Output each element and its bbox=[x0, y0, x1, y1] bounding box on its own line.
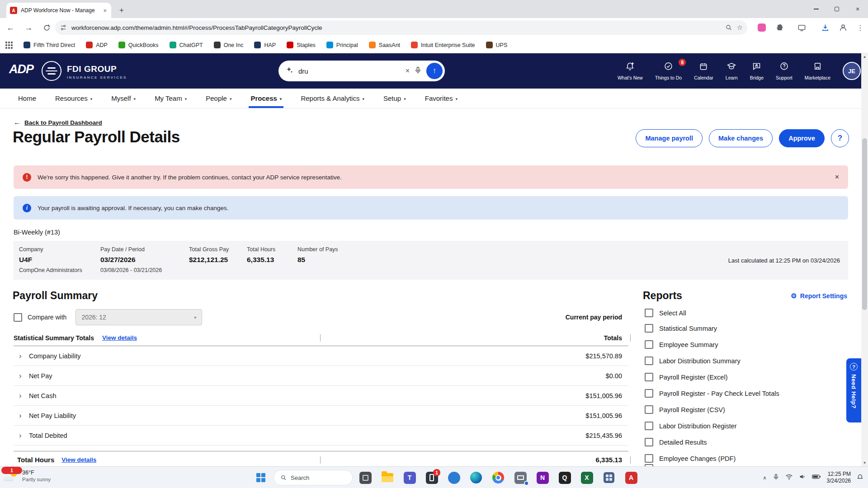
nav-process[interactable]: Process▾ bbox=[250, 89, 282, 108]
error-close-icon[interactable]: × bbox=[835, 173, 839, 181]
report-settings-link[interactable]: ⚙ Report Settings bbox=[791, 292, 847, 300]
new-tab-button[interactable]: + bbox=[116, 5, 127, 16]
make-changes-button[interactable]: Make changes bbox=[709, 129, 773, 147]
minimize-button[interactable] bbox=[806, 0, 826, 18]
bookmark-star-icon[interactable]: ☆ bbox=[737, 23, 743, 32]
page-scrollbar[interactable]: ▲ ▼ bbox=[861, 53, 868, 466]
view-details-link[interactable]: View details bbox=[102, 334, 137, 341]
bookmark-saasant[interactable]: SaasAnt bbox=[369, 42, 400, 48]
expand-chevron-icon[interactable]: › bbox=[19, 411, 29, 420]
expand-chevron-icon[interactable]: › bbox=[19, 352, 29, 361]
start-button[interactable] bbox=[251, 468, 270, 487]
search-submit-button[interactable]: ↑ bbox=[426, 63, 443, 79]
app-device[interactable] bbox=[511, 468, 530, 487]
scroll-up-icon[interactable]: ▲ bbox=[861, 55, 868, 59]
report-item[interactable]: Detailed Results bbox=[645, 438, 707, 446]
report-item[interactable]: Employee Summary bbox=[645, 340, 718, 349]
search-input[interactable] bbox=[298, 67, 401, 75]
bookmark-quickbooks[interactable]: QuickBooks bbox=[118, 42, 159, 48]
reload-icon[interactable] bbox=[39, 20, 54, 35]
select-all-checkbox[interactable] bbox=[645, 309, 653, 317]
need-help-tab[interactable]: ? Need Help? bbox=[846, 358, 861, 422]
app-chrome[interactable] bbox=[489, 468, 508, 487]
profile-icon[interactable] bbox=[837, 22, 849, 33]
browser-menu-icon[interactable]: ⋮ bbox=[854, 22, 866, 33]
nav-favorites[interactable]: Favorites▾ bbox=[425, 89, 458, 108]
tray-mic-icon[interactable] bbox=[773, 474, 779, 482]
tab-close-icon[interactable]: × bbox=[102, 7, 108, 14]
report-item[interactable]: Labor Distribution Register bbox=[645, 422, 737, 430]
nav-reports-analytics[interactable]: Reports & Analytics▾ bbox=[301, 89, 364, 108]
report-checkbox[interactable] bbox=[645, 324, 653, 333]
report-item[interactable]: Payroll Register (CSV) bbox=[645, 405, 725, 414]
battery-icon[interactable] bbox=[812, 474, 821, 482]
taskbar-search[interactable]: Search bbox=[274, 470, 353, 485]
report-checkbox[interactable] bbox=[645, 389, 653, 398]
bookmark-hap[interactable]: HAP bbox=[254, 42, 276, 48]
report-item[interactable]: Payroll Register - Pay Check Level Total… bbox=[645, 389, 779, 398]
report-checkbox[interactable] bbox=[645, 438, 653, 446]
table-row[interactable]: › Total Debited $215,435.96 bbox=[14, 426, 628, 446]
wifi-icon[interactable] bbox=[785, 474, 793, 482]
whats-new-button[interactable]: What's New bbox=[618, 61, 643, 80]
search-clear-icon[interactable]: × bbox=[406, 67, 410, 75]
forward-icon[interactable]: → bbox=[21, 20, 36, 35]
table-row[interactable]: › Net Pay Liability $151,005.96 bbox=[14, 406, 628, 426]
back-to-dashboard-link[interactable]: ← Back to Payroll Dashboard bbox=[14, 118, 102, 127]
expand-chevron-icon[interactable]: › bbox=[19, 391, 29, 400]
approve-button[interactable]: Approve bbox=[779, 129, 825, 147]
bookmark-one-inc[interactable]: One Inc bbox=[214, 42, 244, 48]
volume-icon[interactable] bbox=[799, 473, 806, 482]
nav-people[interactable]: People▾ bbox=[206, 89, 231, 108]
app-q[interactable]: Q bbox=[555, 468, 574, 487]
weather-widget[interactable]: 1 36°F Partly sunny bbox=[4, 469, 51, 483]
bridge-button[interactable]: Bridge bbox=[750, 61, 764, 80]
report-checkbox[interactable] bbox=[645, 357, 653, 365]
bookmark-staples[interactable]: Staples bbox=[287, 42, 316, 48]
app-acrobat[interactable]: A bbox=[622, 468, 641, 487]
pinned-extension-icon[interactable] bbox=[756, 22, 768, 33]
scrollbar-thumb[interactable] bbox=[862, 138, 867, 310]
notification-bell-icon[interactable] bbox=[857, 474, 863, 482]
bookmark-chatgpt[interactable]: ChatGPT bbox=[170, 42, 203, 48]
nav-resources[interactable]: Resources▾ bbox=[55, 89, 92, 108]
total-hours-view-details-link[interactable]: View details bbox=[61, 456, 96, 463]
nav-my-team[interactable]: My Team▾ bbox=[155, 89, 187, 108]
app-edge[interactable] bbox=[467, 468, 486, 487]
app-excel[interactable]: X bbox=[577, 468, 596, 487]
app-phone-link[interactable]: 1 bbox=[422, 468, 441, 487]
page-help-button[interactable]: ? bbox=[831, 129, 849, 147]
report-item[interactable]: Employee Changes (PDF) bbox=[645, 454, 736, 463]
app-file-explorer[interactable] bbox=[378, 468, 397, 487]
app-teams[interactable]: T bbox=[400, 468, 419, 487]
manage-payroll-button[interactable]: Manage payroll bbox=[636, 129, 703, 147]
user-avatar[interactable]: JE bbox=[843, 62, 861, 80]
apps-grid-icon[interactable] bbox=[5, 42, 13, 49]
back-icon[interactable]: ← bbox=[3, 20, 18, 35]
report-item[interactable]: Labor Distribution Summary bbox=[645, 357, 741, 365]
app-virtual-desktop[interactable] bbox=[356, 468, 375, 487]
bookmark-principal[interactable]: Principal bbox=[326, 42, 358, 48]
table-row[interactable]: › Company Liability $215,570.89 bbox=[14, 346, 628, 366]
app-blue[interactable] bbox=[444, 468, 463, 487]
table-row[interactable]: › Net Cash $151,005.96 bbox=[14, 386, 628, 406]
select-all-item[interactable]: Select All bbox=[645, 309, 686, 317]
search-zoom-icon[interactable] bbox=[725, 24, 732, 31]
app-calculator[interactable] bbox=[599, 468, 618, 487]
maximize-button[interactable] bbox=[826, 0, 847, 18]
table-row[interactable]: › Net Pay $0.00 bbox=[14, 366, 628, 386]
extensions-puzzle-icon[interactable] bbox=[773, 22, 785, 33]
tray-chevron-icon[interactable]: ∧ bbox=[763, 475, 767, 481]
report-item[interactable]: Payroll Register (Excel) bbox=[645, 373, 728, 381]
nav-home[interactable]: Home bbox=[18, 89, 36, 108]
tune-icon[interactable] bbox=[60, 24, 67, 31]
bookmark-ups[interactable]: UPS bbox=[486, 42, 508, 48]
browser-tab[interactable]: A ADP Workforce Now - Manage × bbox=[6, 3, 111, 18]
window-close-button[interactable]: × bbox=[847, 0, 868, 18]
downloads-icon[interactable] bbox=[819, 22, 831, 33]
mic-icon[interactable] bbox=[414, 66, 422, 76]
nav-myself[interactable]: Myself▾ bbox=[111, 89, 136, 108]
bookmark-adp[interactable]: ADP bbox=[86, 42, 108, 48]
bookmark-fifth-third[interactable]: Fifth Third Direct bbox=[24, 42, 75, 48]
report-checkbox[interactable] bbox=[645, 454, 653, 463]
